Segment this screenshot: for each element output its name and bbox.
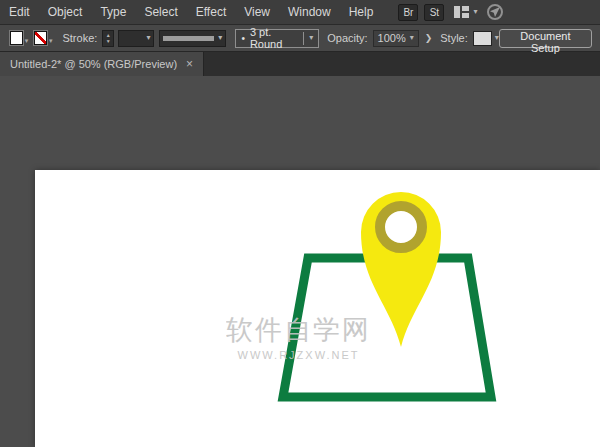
chevron-down-icon[interactable]: ▾ xyxy=(49,37,53,45)
stroke-weight-dropdown[interactable]: ▾ xyxy=(118,30,154,47)
pin-hole-ring[interactable] xyxy=(380,206,422,248)
menu-help[interactable]: Help xyxy=(340,0,383,24)
chevron-down-icon[interactable]: ▾ xyxy=(473,8,477,16)
workspace-icon[interactable] xyxy=(454,6,469,18)
chevron-down-icon: ▾ xyxy=(146,34,150,42)
stock-button[interactable]: St xyxy=(424,4,444,21)
canvas-area[interactable]: 软件自学网 WWW.RJZXW.NET xyxy=(0,76,600,447)
stroke-color-swatch[interactable] xyxy=(34,31,47,45)
artboard[interactable]: 软件自学网 WWW.RJZXW.NET xyxy=(35,170,600,447)
menu-select[interactable]: Select xyxy=(135,0,186,24)
style-dropdown[interactable]: ▾ xyxy=(473,31,499,46)
width-profile-preview xyxy=(163,36,214,41)
divider xyxy=(303,32,304,45)
opacity-panel-arrow[interactable]: ❯ xyxy=(425,33,433,43)
opacity-dropdown[interactable]: 100% ▾ xyxy=(373,30,419,47)
style-label: Style: xyxy=(440,32,468,44)
brush-value: 3 pt. Round xyxy=(250,26,298,50)
menu-window[interactable]: Window xyxy=(279,0,340,24)
width-profile-dropdown[interactable]: ▾ xyxy=(159,30,226,47)
arrow-down-icon[interactable]: ▼ xyxy=(106,38,111,44)
menu-type[interactable]: Type xyxy=(91,0,135,24)
chevron-down-icon: ▾ xyxy=(218,34,222,42)
menu-object[interactable]: Object xyxy=(39,0,92,24)
fill-color-swatch[interactable] xyxy=(10,31,23,45)
document-setup-button[interactable]: Document Setup xyxy=(499,29,592,48)
style-swatch xyxy=(473,31,492,46)
stroke-weight-stepper[interactable]: ▲ ▼ xyxy=(102,30,114,47)
artwork-layer xyxy=(35,170,600,447)
menu-view[interactable]: View xyxy=(235,0,279,24)
control-bar: ▾ ▾ Stroke: ▲ ▼ ▾ ▾ • 3 pt. Round ▾ Opac… xyxy=(0,24,600,52)
brush-bullet: • xyxy=(241,33,245,44)
document-tab-title: Untitled-2* @ 50% (RGB/Preview) xyxy=(10,58,177,70)
document-tab[interactable]: Untitled-2* @ 50% (RGB/Preview) × xyxy=(0,52,204,76)
bridge-button[interactable]: Br xyxy=(398,4,418,21)
opacity-value: 100% xyxy=(378,32,406,44)
opacity-label: Opacity: xyxy=(327,32,367,44)
chevron-down-icon: ▾ xyxy=(410,34,414,42)
brush-dropdown[interactable]: • 3 pt. Round ▾ xyxy=(235,29,319,48)
stroke-label: Stroke: xyxy=(62,32,97,44)
chevron-down-icon[interactable]: ▾ xyxy=(25,37,29,45)
close-icon[interactable]: × xyxy=(186,58,193,70)
menu-effect[interactable]: Effect xyxy=(187,0,235,24)
menu-edit[interactable]: Edit xyxy=(0,0,39,24)
document-tab-bar: Untitled-2* @ 50% (RGB/Preview) × xyxy=(0,52,600,76)
share-icon[interactable] xyxy=(487,4,503,20)
chevron-down-icon: ▾ xyxy=(309,34,313,42)
menu-bar: Edit Object Type Select Effect View Wind… xyxy=(0,0,600,24)
